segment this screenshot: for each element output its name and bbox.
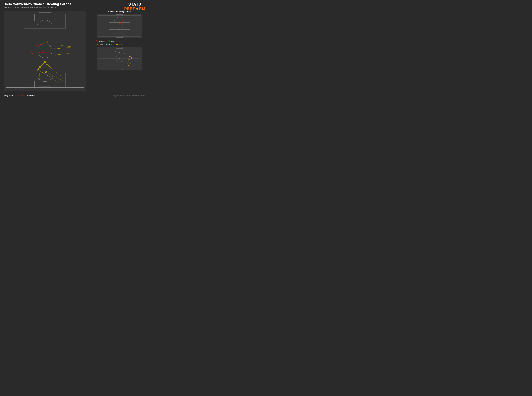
svg-point-74: [116, 44, 118, 45]
main-pitch-container: [4, 11, 86, 91]
svg-point-86: [119, 64, 120, 65]
svg-point-21: [45, 77, 45, 77]
goals-icon: [108, 40, 110, 42]
sun-icon: [135, 7, 139, 11]
assists-icon: [116, 43, 118, 45]
chances-icon: [96, 43, 98, 45]
legend-assists: Assists: [116, 43, 124, 45]
header: Dario Sarmiento's Chance Creating Carrie…: [4, 2, 71, 8]
legend: Shots (4) Goals Chances created (9): [96, 40, 143, 45]
goals-label: Goals: [111, 40, 115, 42]
svg-line-7: [138, 8, 138, 8]
mini-pitch-bottom: [97, 47, 142, 70]
svg-point-13: [45, 51, 45, 51]
legend-line: [15, 95, 24, 96]
right-panel-title: Actions following carries: [94, 11, 146, 13]
shots-icon: [96, 40, 98, 42]
svg-point-0: [136, 8, 138, 10]
main-pitch-svg: [4, 11, 86, 91]
carry-start-label: Carry Start: [4, 95, 13, 97]
svg-point-68: [122, 20, 123, 21]
svg-point-95: [128, 64, 129, 66]
legend-shots: Shots (4): [96, 40, 105, 42]
divider: [90, 11, 90, 91]
chances-label: Chances created (9): [99, 44, 112, 45]
svg-point-64: [119, 32, 120, 32]
page-subtitle: Estudiantes | Liga Profesional Argentina…: [4, 7, 71, 8]
legend-chances: Chances created (9): [96, 43, 112, 45]
mini-pitch-top: [97, 14, 142, 38]
legend-goals: Goals: [108, 40, 115, 42]
shots-label: Shots (4): [99, 40, 105, 42]
svg-point-82: [119, 52, 120, 53]
svg-point-60: [119, 20, 120, 20]
stats-perform-logo: STATS PERF RM: [124, 2, 146, 11]
svg-point-65: [119, 26, 120, 26]
svg-point-24: [47, 41, 48, 43]
bottom-legend: Carry Start Next Action: [4, 95, 35, 97]
svg-line-8: [136, 10, 136, 10]
svg-line-6: [138, 10, 138, 10]
svg-point-71: [96, 41, 97, 42]
svg-point-87: [119, 58, 120, 59]
page-container: Dario Sarmiento's Chance Creating Carrie…: [0, 0, 149, 99]
svg-point-72: [109, 41, 110, 42]
assists-label: Assists: [119, 44, 124, 45]
svg-line-5: [136, 8, 136, 8]
svg-point-98: [22, 95, 23, 96]
footer-note: (Only showing carries that led to an att…: [112, 95, 146, 97]
next-action-label: Next Action: [26, 95, 35, 97]
page-title: Dario Sarmiento's Chance Creating Carrie…: [4, 2, 71, 6]
legend-line-svg: [15, 95, 24, 96]
svg-point-17: [45, 24, 45, 25]
legend-row-chances: Chances created (9) Assists: [96, 43, 143, 45]
legend-row-shots: Shots (4) Goals: [96, 40, 143, 42]
right-panel: Actions following carries: [94, 11, 146, 73]
svg-point-73: [96, 44, 97, 45]
